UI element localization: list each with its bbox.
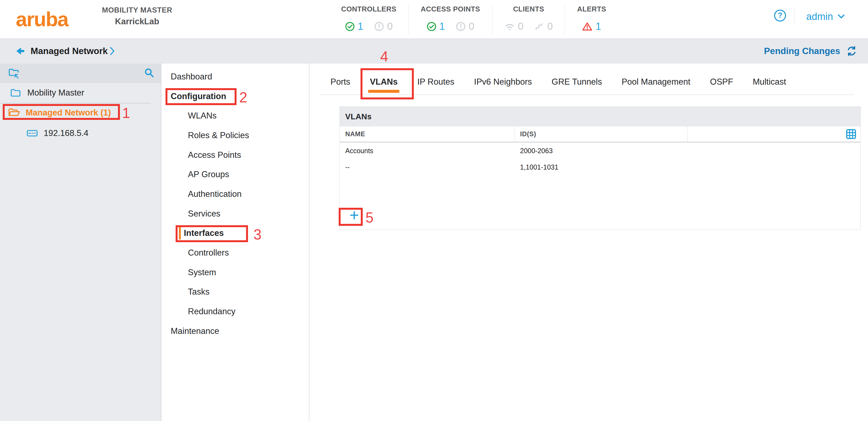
nav-item-dashboard[interactable]: Dashboard xyxy=(161,67,309,87)
aps-down-count[interactable]: 0 xyxy=(456,21,474,32)
tab-label: Ports xyxy=(331,77,350,87)
nav-item-redundancy[interactable]: Redundancy xyxy=(161,302,309,321)
tab-multicast[interactable]: Multicast xyxy=(753,76,786,88)
nav-item-label: Services xyxy=(188,209,220,219)
tree-divider xyxy=(0,103,151,103)
nav-item-tasks[interactable]: Tasks xyxy=(161,282,309,302)
nav-item-label: Tasks xyxy=(188,287,210,297)
nav-item-roles-policies[interactable]: Roles & Policies xyxy=(161,126,309,145)
select-group-icon[interactable] xyxy=(8,67,21,80)
nav-item-label: Authentication xyxy=(188,189,242,199)
nav-item-label: Dashboard xyxy=(171,72,212,82)
tree-search-row xyxy=(0,64,161,83)
stat-value: 0 xyxy=(518,21,524,32)
tab-ip-routes[interactable]: IP Routes xyxy=(417,76,455,88)
aps-up-count[interactable]: 1 xyxy=(427,21,445,32)
selected-indicator xyxy=(179,227,181,239)
tree-item-label: Managed Network (1) xyxy=(26,108,111,118)
pending-changes-label: Pending Changes xyxy=(764,46,840,56)
chevron-right-icon xyxy=(109,46,115,56)
nav-item-services[interactable]: Services xyxy=(161,204,309,224)
nav-item-configuration[interactable]: Configuration xyxy=(161,87,309,106)
tab-label: Pool Management xyxy=(622,77,690,87)
nav-item-controllers[interactable]: Controllers xyxy=(161,243,309,263)
stat-value: 0 xyxy=(547,21,553,32)
nav-item-maintenance[interactable]: Maintenance xyxy=(161,321,309,341)
folder-icon xyxy=(10,87,21,99)
wired-client-icon xyxy=(534,22,544,31)
stat-group-controllers: CONTROLLERS 1 0 xyxy=(329,4,408,34)
stat-value: 1 xyxy=(358,21,364,32)
user-menu[interactable]: admin xyxy=(806,11,845,22)
column-settings-icon[interactable] xyxy=(846,129,857,139)
alerts-count[interactable]: 1 xyxy=(582,21,601,32)
stat-group-clients: CLIENTS 0 0 xyxy=(492,4,565,34)
nav-item-interfaces[interactable]: Interfaces xyxy=(161,224,309,243)
nav-item-label: Roles & Policies xyxy=(188,130,249,140)
refresh-icon xyxy=(846,45,858,57)
tab-ports[interactable]: Ports xyxy=(331,76,350,88)
nav-item-ap-groups[interactable]: AP Groups xyxy=(161,165,309,184)
panel-title: VLANs xyxy=(340,107,860,126)
main-content: Ports VLANs IP Routes IPv6 Neighbors GRE… xyxy=(309,64,868,421)
tab-pool-management[interactable]: Pool Management xyxy=(622,76,690,88)
nav-item-system[interactable]: System xyxy=(161,263,309,282)
tree-item-mobility-master[interactable]: Mobility Master xyxy=(0,83,161,103)
stat-value: 1 xyxy=(595,21,601,32)
column-divider xyxy=(515,126,515,142)
tabs-divider xyxy=(319,94,855,95)
nav-item-wlans[interactable]: WLANs xyxy=(161,106,309,126)
column-header-ids[interactable]: ID(S) xyxy=(520,126,536,142)
search-icon[interactable] xyxy=(144,68,154,78)
breadcrumb[interactable]: Managed Network xyxy=(31,38,107,64)
tree-item-controller-192-168-5-4[interactable]: 192.168.5.4 xyxy=(0,123,161,143)
tab-label: IP Routes xyxy=(417,77,455,87)
user-name: admin xyxy=(806,11,833,22)
table-row[interactable]: -- 1,1001-1031 xyxy=(340,159,860,175)
vlan-ids-cell: 2000-2063 xyxy=(520,142,553,159)
tab-ipv6-neighbors[interactable]: IPv6 Neighbors xyxy=(474,76,532,88)
aruba-logo: aruba xyxy=(16,8,68,31)
alert-circle-icon xyxy=(374,22,384,31)
help-icon[interactable]: ? xyxy=(774,9,786,22)
tab-gre-tunnels[interactable]: GRE Tunnels xyxy=(552,76,602,88)
status-summary: CONTROLLERS 1 0 xyxy=(329,4,618,34)
config-nav-panel: Dashboard Configuration WLANs Roles & Po… xyxy=(161,64,309,421)
check-circle-icon xyxy=(427,22,436,31)
nav-item-label: Configuration xyxy=(171,92,226,101)
wireless-clients-count[interactable]: 0 xyxy=(504,21,524,32)
nav-item-access-points[interactable]: Access Points xyxy=(161,145,309,165)
chevron-down-icon xyxy=(837,14,845,20)
interfaces-tabs: Ports VLANs IP Routes IPv6 Neighbors GRE… xyxy=(331,76,786,88)
stat-value: 0 xyxy=(469,21,474,32)
controllers-up-count[interactable]: 1 xyxy=(345,21,364,32)
nav-item-label: WLANs xyxy=(188,111,217,121)
vlan-ids-cell: 1,1001-1031 xyxy=(520,159,558,175)
alert-circle-icon xyxy=(456,22,466,31)
pending-changes[interactable]: Pending Changes xyxy=(764,38,858,64)
tab-vlans[interactable]: VLANs xyxy=(370,76,398,88)
tab-ospf[interactable]: OSPF xyxy=(710,76,733,88)
table-row[interactable]: Accounts 2000-2063 xyxy=(340,142,860,159)
stat-value: 1 xyxy=(439,21,445,32)
warning-triangle-icon xyxy=(582,22,592,31)
controllers-down-count[interactable]: 0 xyxy=(374,21,393,32)
stat-label: ALERTS xyxy=(577,5,606,13)
tree-item-managed-network[interactable]: Managed Network (1) xyxy=(0,104,161,122)
stat-label: ACCESS POINTS xyxy=(421,5,480,13)
check-circle-icon xyxy=(345,22,355,31)
nav-list: Dashboard Configuration WLANs Roles & Po… xyxy=(161,67,309,341)
nav-item-label: Access Points xyxy=(188,150,241,160)
nav-item-label: Maintenance xyxy=(171,326,219,336)
tree-item-label: Mobility Master xyxy=(27,88,84,98)
nav-item-authentication[interactable]: Authentication xyxy=(161,184,309,204)
nav-item-label: System xyxy=(188,267,216,278)
column-header-name[interactable]: NAME xyxy=(345,126,365,142)
wired-clients-count[interactable]: 0 xyxy=(534,21,553,32)
back-arrow-icon[interactable] xyxy=(14,45,26,57)
nav-item-label: Interfaces xyxy=(184,228,224,238)
top-header: aruba MOBILITY MASTER KarrickLab CONTROL… xyxy=(0,0,868,38)
add-vlan-button[interactable]: + xyxy=(346,208,362,224)
stat-group-alerts: ALERTS 1 xyxy=(565,4,618,34)
table-header-row: NAME ID(S) xyxy=(340,126,860,142)
